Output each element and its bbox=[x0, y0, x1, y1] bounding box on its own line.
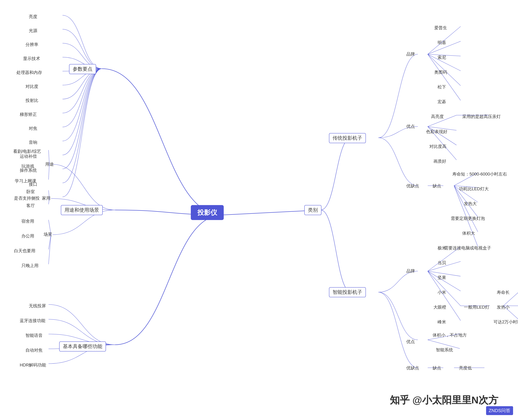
smart-con-1: 亮度低 bbox=[459, 364, 472, 372]
leaf-params-9: 对焦 bbox=[29, 125, 37, 132]
leaf-params-4: 显示技术 bbox=[23, 55, 40, 62]
leaf-params-2: 光源 bbox=[29, 27, 37, 34]
trad-pro-1-note: 采用的是超高压汞灯 bbox=[462, 113, 501, 120]
smart-led-3: 可达2万小时以上 bbox=[494, 318, 518, 325]
trad-con-3: 发热大 bbox=[464, 200, 477, 207]
leaf-scene-2: 办公用 bbox=[21, 232, 34, 240]
leaf-params-14: 是否支持侧投 bbox=[14, 195, 40, 202]
trad-brand-6: 宏碁 bbox=[438, 98, 446, 105]
trad-con-1: 寿命短：5000-6000小时左右 bbox=[452, 171, 507, 178]
leaf-params-10: 音响 bbox=[29, 139, 37, 146]
leaf-params-7: 投射比 bbox=[25, 97, 38, 104]
smart-pros-label: 优点 bbox=[406, 338, 415, 345]
smart-brand-2: 当贝 bbox=[438, 259, 446, 266]
sub-usage-label: 用途 bbox=[45, 161, 54, 168]
trad-brand-1: 爱普生 bbox=[434, 24, 447, 31]
trad-con-2: 功耗比LED灯大 bbox=[459, 185, 489, 192]
branch-traditional: 传统投影机子 bbox=[329, 133, 366, 143]
trad-pro-1: 高亮度 bbox=[431, 113, 444, 120]
leaf-params-8: 梯形矫正 bbox=[20, 111, 37, 118]
leaf-home-1: 卧室 bbox=[26, 188, 35, 195]
leaf-func-5: HDR解码功能 bbox=[20, 361, 46, 368]
branch-functions: 基本具备哪些功能 bbox=[59, 341, 106, 352]
svg-line-9 bbox=[48, 235, 51, 264]
trad-pros-label: 优点 bbox=[406, 123, 415, 130]
trad-con-5: 体积大 bbox=[462, 230, 475, 237]
leaf-params-3: 分辨率 bbox=[25, 41, 38, 48]
trad-cons-parent-label: 优缺点 bbox=[406, 182, 419, 189]
leaf-scene-4: 只晚上用 bbox=[21, 262, 39, 269]
smart-brand-5: 大眼橙 bbox=[433, 304, 446, 311]
trad-brand-4: 奥图码 bbox=[434, 69, 447, 76]
branch-params: 参数要点 bbox=[69, 64, 96, 74]
branch-usage-scene: 用途和使用场景 bbox=[61, 205, 103, 215]
leaf-params-5: 处理器和内存 bbox=[16, 69, 42, 76]
znds-badge: ZNDS问答 bbox=[486, 406, 513, 415]
smart-brand-6: 峰米 bbox=[438, 318, 446, 325]
watermark-text: 知乎 @小太阳里里N次方 bbox=[390, 394, 498, 407]
leaf-usage-2: 玩游戏 bbox=[21, 163, 34, 170]
trad-pro-4: 画质好 bbox=[433, 158, 446, 165]
sub-home-label: 家用 bbox=[42, 195, 51, 202]
trad-pro-3: 对比度高 bbox=[429, 143, 447, 150]
smart-led-2: 发热小 bbox=[497, 304, 510, 311]
leaf-usage-1: 看剧/电影/综艺 bbox=[13, 148, 41, 155]
center-node: 投影仪 bbox=[191, 205, 224, 220]
trad-brand-label: 品牌 bbox=[406, 51, 415, 58]
trad-brand-3: 索尼 bbox=[438, 54, 446, 61]
leaf-scene-3: 白天也要用 bbox=[14, 247, 35, 254]
leaf-func-4: 自动对焦 bbox=[25, 347, 43, 354]
svg-line-26 bbox=[454, 186, 478, 232]
watermark: 知乎 @小太阳里里N次方 bbox=[390, 394, 498, 407]
leaf-func-1: 无线投屏 bbox=[29, 302, 46, 309]
trad-cons-label: 缺点 bbox=[433, 182, 441, 189]
trad-con-4: 需要定期更换灯泡 bbox=[451, 215, 485, 222]
leaf-params-1: 亮度 bbox=[29, 13, 37, 20]
branch-smart: 智能投影机子 bbox=[329, 287, 366, 297]
leaf-func-2: 蓝牙连接功能 bbox=[20, 317, 45, 324]
smart-cons-parent-label: 优缺点 bbox=[406, 364, 419, 372]
sub-scene-label: 场景 bbox=[44, 231, 52, 238]
trad-pro-2: 色彩表现好 bbox=[426, 128, 448, 135]
smart-cons-label: 缺点 bbox=[433, 364, 441, 372]
leaf-scene-1: 宿舍用 bbox=[21, 218, 34, 225]
smart-pro-1: 体积小，不占地方 bbox=[433, 332, 467, 339]
branch-category: 类别 bbox=[304, 205, 321, 215]
smart-brand-4: 小米 bbox=[438, 289, 446, 296]
smart-led-1: 寿命长 bbox=[497, 289, 510, 296]
smart-pro-2: 智能系统 bbox=[436, 346, 453, 353]
trad-con-6: 需要连接电脑或电视盒子 bbox=[444, 245, 491, 252]
smart-brand-label: 品牌 bbox=[406, 268, 415, 275]
leaf-params-6: 对比度 bbox=[25, 83, 38, 90]
smart-led-label: 一般用LED灯 bbox=[464, 304, 489, 311]
smart-brand-1: 极米 bbox=[438, 245, 446, 252]
leaf-home-2: 客厅 bbox=[26, 202, 35, 209]
svg-line-15 bbox=[428, 54, 461, 100]
leaf-usage-3: 学习上网课 bbox=[15, 178, 36, 185]
trad-brand-2: 明基 bbox=[438, 39, 446, 46]
smart-brand-3: 坚果 bbox=[438, 274, 446, 281]
leaf-func-3: 智能语音 bbox=[25, 332, 43, 339]
trad-brand-5: 松下 bbox=[438, 83, 446, 90]
